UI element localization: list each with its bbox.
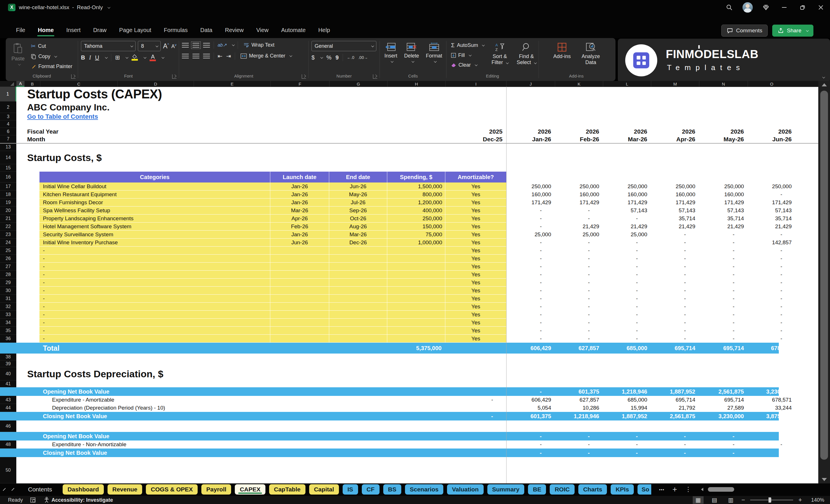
row-header-50[interactable]: 50 — [0, 457, 16, 483]
month-value-cell[interactable]: 695,714 — [652, 396, 695, 404]
cell-end-date[interactable] — [329, 271, 387, 279]
underline-chevron[interactable] — [105, 56, 108, 59]
cell-end-date[interactable] — [329, 247, 387, 255]
cell-spending[interactable]: 150,000 — [387, 223, 445, 230]
month-value-cell[interactable]: - — [507, 448, 542, 457]
column-header-M[interactable]: M — [651, 81, 699, 87]
month-value-cell[interactable]: - — [507, 319, 542, 327]
month-value-cell[interactable]: - — [507, 311, 542, 319]
month-value-cell[interactable]: - — [749, 448, 782, 457]
month-value-cell[interactable]: - — [652, 239, 686, 247]
month-value-cell[interactable]: 601,375 — [556, 387, 599, 396]
cell-spending[interactable]: 250,000 — [387, 215, 445, 223]
align-center-button[interactable] — [192, 54, 199, 58]
cell-category[interactable]: - — [39, 319, 270, 327]
cell-amortizable[interactable]: Yes — [445, 311, 506, 319]
month-value-cell[interactable]: - — [700, 319, 734, 327]
month-value-cell[interactable]: - — [652, 432, 686, 441]
column-header-O[interactable]: O — [747, 81, 795, 87]
sheet-tab-scenarios[interactable]: Scenarios — [405, 484, 443, 495]
month-value-cell[interactable]: - — [700, 262, 734, 271]
month-value-cell[interactable]: 3,230,000 — [749, 387, 792, 396]
format-cells-button[interactable]: Format — [423, 41, 445, 73]
decrease-decimal-button[interactable]: .00→ — [358, 55, 368, 60]
month-value-cell[interactable]: - — [652, 279, 686, 287]
month-value-cell[interactable]: - — [604, 239, 638, 247]
select-all-corner[interactable] — [10, 82, 14, 86]
clear-button[interactable]: Clear — [449, 61, 486, 69]
month-value-cell[interactable]: 25,000 — [507, 230, 551, 239]
minimize-button[interactable] — [775, 0, 793, 15]
month-value-cell[interactable]: - — [749, 230, 782, 239]
month-value-cell[interactable]: - — [604, 262, 638, 271]
align-bottom-button[interactable] — [203, 43, 210, 48]
cell-amortizable[interactable]: Yes — [445, 255, 506, 262]
month-value-cell[interactable]: - — [604, 295, 638, 303]
sheet-tab-capital[interactable]: Capital — [309, 484, 339, 495]
more-sheets-dots[interactable]: ••• — [659, 487, 664, 492]
cell-end-date[interactable] — [329, 303, 387, 311]
cell-amortizable[interactable]: Yes — [445, 271, 506, 279]
cell-amortizable[interactable]: Yes — [445, 183, 506, 190]
month-value-cell[interactable]: - — [556, 271, 590, 279]
merge-center-button[interactable]: Merge & Center — [239, 52, 293, 60]
month-value-cell[interactable]: - — [507, 207, 542, 215]
month-value-cell[interactable]: - — [700, 239, 734, 247]
cell-spending[interactable] — [387, 335, 445, 343]
month-value-cell[interactable]: - — [749, 279, 782, 287]
month-value-cell[interactable]: 15,994 — [604, 404, 647, 412]
sheet-tab-bs[interactable]: BS — [383, 484, 401, 495]
month-value-cell[interactable]: 3,875,327 — [749, 412, 792, 420]
cell-launch-date[interactable]: Jan-26 — [270, 198, 329, 207]
cell-spending[interactable]: 1,500,000 — [387, 183, 445, 190]
paste-button[interactable]: Paste — [8, 41, 28, 73]
cell-amortizable[interactable]: Yes — [445, 198, 506, 207]
month-value-cell[interactable]: - — [652, 271, 686, 279]
month-value-cell[interactable]: - — [556, 432, 590, 441]
month-value-cell[interactable]: - — [507, 295, 542, 303]
zoom-slider-thumb[interactable] — [768, 497, 771, 503]
month-value-cell[interactable]: - — [700, 271, 734, 279]
new-sheet-button[interactable]: + — [672, 485, 677, 494]
month-value-cell[interactable]: 3,230,000 — [700, 412, 744, 420]
month-value-cell[interactable]: - — [604, 432, 638, 441]
underline-button[interactable]: U — [95, 54, 99, 61]
cell-spending[interactable] — [387, 262, 445, 271]
month-value-cell[interactable]: 1,887,952 — [652, 387, 695, 396]
month-value-cell[interactable]: - — [749, 190, 782, 198]
month-value-cell[interactable]: - — [556, 335, 590, 343]
month-value-cell[interactable]: 250,000 — [556, 183, 599, 190]
cell-launch-date[interactable] — [270, 303, 329, 311]
cell-end-date[interactable]: Oct-26 — [329, 215, 387, 223]
month-value-cell[interactable]: 685,000 — [604, 396, 647, 404]
month-value-cell[interactable]: - — [652, 230, 686, 239]
month-value-cell[interactable]: - — [604, 279, 638, 287]
cell-amortizable[interactable]: Yes — [445, 279, 506, 287]
month-value-cell[interactable]: 57,143 — [749, 207, 792, 215]
cell-category[interactable]: Initial Wine Inventory Purchase — [39, 239, 270, 247]
row-header-4[interactable]: 4 — [0, 120, 16, 128]
month-value-cell[interactable]: - — [652, 262, 686, 271]
share-button[interactable]: Share — [772, 25, 813, 37]
premium-diamond-icon[interactable] — [757, 0, 775, 15]
sheet-tab-roic[interactable]: ROIC — [550, 484, 575, 495]
month-value-cell[interactable]: 27,589 — [700, 404, 744, 412]
number-format-select[interactable]: General — [312, 41, 376, 51]
month-value-cell[interactable]: - — [700, 247, 734, 255]
month-value-cell[interactable]: - — [556, 239, 590, 247]
month-value-cell[interactable]: - — [749, 311, 782, 319]
cell-category[interactable]: - — [39, 287, 270, 295]
menu-tab-help[interactable]: Help — [312, 25, 337, 36]
month-value-cell[interactable]: 171,429 — [556, 198, 599, 207]
cell-end-date[interactable] — [329, 335, 387, 343]
row-header-13[interactable]: 13 — [0, 143, 16, 151]
month-value-cell[interactable]: 685,000 — [604, 343, 647, 353]
cell-launch-date[interactable] — [270, 295, 329, 303]
table-header-cell[interactable]: Spending, $ — [387, 171, 445, 183]
sheet-tab-cogs-opex[interactable]: COGS & OPEX — [146, 484, 198, 495]
month-value-cell[interactable]: - — [749, 303, 782, 311]
month-value-cell[interactable]: - — [700, 287, 734, 295]
month-value-cell[interactable]: 33,244 — [749, 404, 792, 412]
analyze-data-button[interactable]: AnalyzeData — [579, 41, 603, 73]
month-value-cell[interactable]: - — [749, 255, 782, 262]
